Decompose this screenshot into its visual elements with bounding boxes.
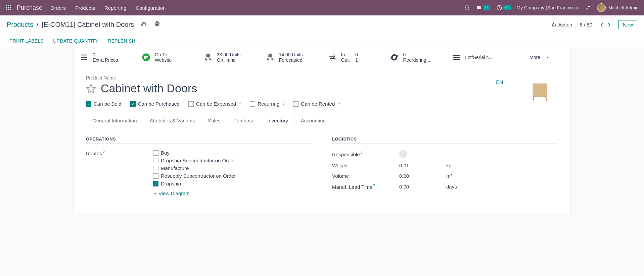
stat-lot-serial[interactable]: Lot/Serial N...	[446, 48, 508, 67]
can-be-purchased-checkbox[interactable]: Can be Purchased	[130, 101, 180, 107]
operations-title: OPERATIONS	[86, 136, 312, 144]
weight-unit: kg	[446, 163, 473, 168]
view-diagram-link[interactable]: View Diagram	[153, 190, 312, 196]
can-be-expensed-checkbox[interactable]: Can be Expensed?	[188, 101, 241, 107]
in-value: 0	[355, 52, 358, 57]
breadcrumb-sep: /	[37, 21, 39, 29]
messages-icon[interactable]: 44	[476, 5, 490, 11]
out-label: Out:	[341, 57, 350, 63]
responsible-avatar[interactable]	[399, 150, 407, 158]
apps-icon[interactable]	[5, 4, 12, 11]
list-icon	[79, 53, 89, 62]
tab-general-information[interactable]: General Information	[86, 114, 143, 127]
routes-label: Routes	[86, 151, 102, 156]
stat-onhand[interactable]: 33.00 UnitsOn Hand	[198, 48, 260, 67]
route-checkbox[interactable]: Manufacture	[153, 165, 312, 171]
stat-value: 0	[403, 52, 431, 57]
stat-label: On Hand	[217, 57, 241, 63]
tab-purchase[interactable]: Purchase	[227, 114, 261, 127]
tab-inventory[interactable]: Inventory	[261, 114, 294, 127]
action-label: Action	[558, 22, 572, 27]
svg-rect-2	[10, 5, 11, 6]
pager-next[interactable]	[606, 22, 611, 27]
help-icon[interactable]: ?	[361, 151, 363, 155]
svg-rect-5	[10, 7, 11, 8]
action-bar: PRINT LABELS UPDATE QUANTITY REPLENISH	[0, 34, 644, 48]
stat-label: Website	[155, 57, 172, 63]
stat-website[interactable]: Go ToWebsite	[136, 48, 198, 67]
header: Products / [E-COM11] Cabinet with Doors …	[0, 15, 644, 34]
responsible-label: Responsible	[332, 152, 360, 157]
transfer-icon	[328, 53, 337, 62]
debug-icon[interactable]	[585, 5, 591, 11]
help-icon[interactable]: ?	[103, 150, 105, 154]
print-labels-button[interactable]: PRINT LABELS	[9, 38, 44, 44]
nav-orders[interactable]: Orders	[50, 5, 66, 11]
stat-reordering[interactable]: 0Reordering ...	[384, 48, 446, 67]
in-label: In:	[341, 52, 350, 57]
tab-attributes-variants[interactable]: Attributes & Variants	[143, 114, 202, 127]
svg-rect-0	[6, 5, 7, 6]
nav-configuration[interactable]: Configuration	[136, 5, 166, 11]
manuf-lead-value[interactable]: 0.00	[399, 184, 446, 189]
user-menu[interactable]: Mitchell Admin	[597, 3, 639, 12]
stat-in-out[interactable]: In:0 Out:1	[322, 48, 384, 67]
app-name[interactable]: Purchase	[17, 4, 42, 11]
svg-rect-8	[10, 9, 11, 10]
stat-label: Lot/Serial N...	[465, 55, 494, 60]
pager[interactable]: 8 / 80	[580, 22, 592, 27]
stat-value: Go To	[155, 52, 172, 57]
route-checkbox[interactable]: Resupply Subcontractor on Order	[153, 173, 312, 179]
can-be-sold-checkbox[interactable]: Can be Sold	[86, 101, 122, 107]
boxes-icon	[203, 53, 213, 62]
replenish-button[interactable]: REPLENISH	[108, 38, 135, 44]
stat-label: Forecasted	[279, 57, 303, 63]
help-icon[interactable]: ?	[239, 102, 241, 106]
update-quantity-button[interactable]: UPDATE QUANTITY	[53, 38, 98, 44]
language-button[interactable]: EN	[496, 79, 503, 85]
out-value: 1	[355, 57, 358, 63]
stat-value: 14.00 Units	[279, 52, 303, 57]
stat-row: 0Extra Prices Go ToWebsite 33.00 UnitsOn…	[74, 48, 570, 67]
recurring-checkbox[interactable]: Recurring?	[250, 101, 284, 107]
activities-icon[interactable]: 41	[496, 5, 510, 11]
logistics-section: LOGISTICS Responsible? Weight 0.01 kg Vo…	[332, 136, 558, 200]
volume-label: Volume	[332, 173, 399, 179]
phone-icon[interactable]	[464, 5, 470, 11]
weight-value[interactable]: 0.01	[399, 163, 446, 168]
help-icon[interactable]: ?	[338, 102, 340, 106]
cloud-upload-icon[interactable]	[141, 21, 147, 29]
product-name[interactable]: Cabinet with Doors	[101, 82, 197, 95]
stat-forecasted[interactable]: 14.00 UnitsForecasted	[260, 48, 322, 67]
new-button[interactable]: New	[618, 20, 637, 29]
form-area: Product Name Cabinet with Doors EN Can b…	[74, 67, 570, 213]
breadcrumb-root[interactable]: Products	[7, 21, 33, 29]
route-checkbox[interactable]: Buy	[153, 150, 312, 156]
can-be-rented-checkbox[interactable]: Can be Rented?	[293, 101, 340, 107]
help-icon[interactable]: ?	[373, 183, 375, 187]
operations-section: OPERATIONS Routes? BuyDropship Subcontra…	[86, 136, 312, 200]
user-avatar	[597, 3, 606, 12]
nav-reporting[interactable]: Reporting	[104, 5, 126, 11]
route-checkbox[interactable]: Dropship	[153, 181, 312, 186]
action-dropdown[interactable]: Action	[551, 22, 572, 27]
routes-list: BuyDropship Subcontractor on OrderManufa…	[153, 150, 312, 196]
stat-more[interactable]: More	[508, 48, 570, 67]
weight-label: Weight	[332, 163, 399, 168]
svg-point-10	[467, 9, 467, 10]
pager-prev[interactable]	[600, 22, 604, 27]
chevron-down-icon	[546, 57, 549, 58]
stat-extra-prices[interactable]: 0Extra Prices	[74, 48, 136, 67]
route-checkbox[interactable]: Dropship Subcontractor on Order	[153, 158, 312, 163]
product-image[interactable]	[522, 74, 558, 110]
favorite-star-icon[interactable]	[86, 84, 96, 94]
undo-icon[interactable]	[154, 21, 160, 29]
messages-badge: 44	[483, 5, 490, 10]
volume-value[interactable]: 0.00	[399, 173, 446, 179]
tab-accounting[interactable]: Accounting	[294, 114, 332, 127]
help-icon[interactable]: ?	[282, 102, 284, 106]
tab-sales[interactable]: Sales	[201, 114, 227, 127]
company-switcher[interactable]: My Company (San Francisco)	[517, 5, 579, 10]
stat-value: 0	[93, 52, 118, 57]
nav-products[interactable]: Products	[75, 5, 95, 11]
